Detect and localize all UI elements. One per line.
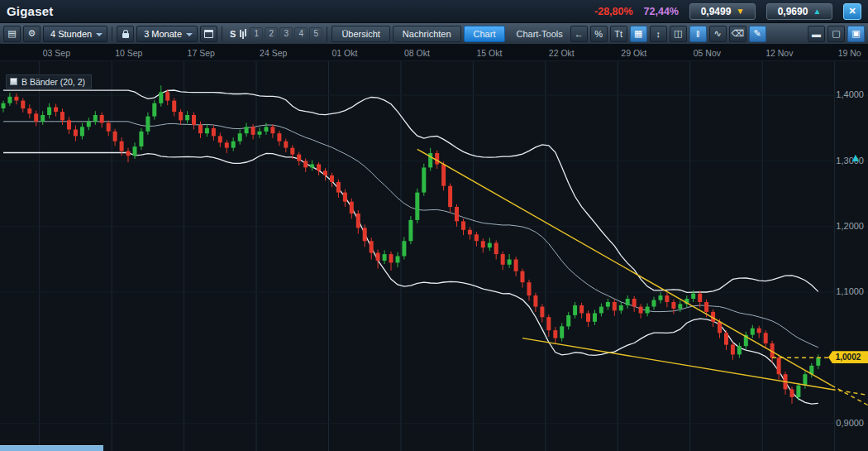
toolbar-left-icons: ▤⚙	[3, 26, 41, 42]
calendar-button[interactable]	[200, 26, 217, 42]
date-label: 29 Okt	[621, 48, 646, 58]
date-label: 22 Okt	[549, 48, 575, 58]
grid-tool-icon[interactable]: ▦	[630, 26, 647, 42]
date-label: 05 Nov	[694, 48, 721, 58]
date-axis: 03 Sep10 Sep17 Sep24 Sep01 Okt08 Okt15 O…	[0, 45, 868, 61]
date-label: 08 Okt	[404, 48, 430, 58]
background-window-edge	[0, 445, 103, 451]
window-restore-icon[interactable]: ▢	[827, 26, 845, 42]
lock-icon	[122, 33, 129, 38]
toolbar-separator	[112, 26, 112, 41]
lock-button[interactable]	[117, 26, 134, 42]
close-button[interactable]: ✕	[843, 3, 861, 20]
window-buttons-group: ▬▢▣	[808, 26, 865, 42]
calendar-icon	[204, 30, 213, 38]
page-title: Gigaset	[7, 4, 53, 18]
compare-tool-icon[interactable]: ◫	[670, 26, 687, 42]
arrow-down-icon: ▼	[736, 7, 744, 16]
date-label: 01 Okt	[332, 48, 358, 58]
price-tick-label: 0,9000	[836, 418, 864, 428]
line-chart-tool-icon[interactable]: ∿	[709, 26, 727, 42]
layout-button-2[interactable]: 2	[265, 27, 278, 41]
date-label: 17 Sep	[188, 48, 215, 58]
toolbar-separator	[327, 26, 327, 41]
layout-buttons-group: 12345	[250, 27, 322, 41]
range-value: 3 Monate	[144, 29, 182, 39]
price-tick-label: 1,2000	[836, 221, 864, 231]
candlestick-tool-icon[interactable]: ‖	[689, 26, 707, 42]
text-tool-icon[interactable]: Tt	[610, 26, 627, 42]
draw-tool-icon[interactable]: ✎	[749, 26, 766, 42]
settings-gear-icon[interactable]: ⚙	[23, 26, 41, 42]
bollinger-indicator-chip[interactable]: B Bänder (20, 2)	[6, 74, 92, 89]
indicator-tool-icon[interactable]: ↕	[650, 26, 667, 42]
eraser-tool-icon[interactable]: ⌫	[729, 26, 746, 42]
layout-button-1[interactable]: 1	[250, 27, 263, 41]
layout-button-3[interactable]: 3	[279, 27, 293, 41]
range-dropdown[interactable]: 3 Monate	[136, 26, 198, 42]
grid-view-icon[interactable]: ▤	[3, 26, 21, 42]
tab-übersicht[interactable]: Übersicht	[331, 26, 389, 42]
current-price-value: 1,0002	[836, 353, 861, 362]
date-label: 03 Sep	[43, 48, 70, 58]
view-tabs: ÜbersichtNachrichtenChart	[331, 26, 505, 42]
layout-s-label: S	[230, 29, 236, 39]
bollinger-bands	[3, 90, 818, 404]
date-label: 10 Sep	[115, 48, 142, 58]
indicator-chip-icon	[10, 78, 17, 85]
change-percent: -28,80%	[594, 6, 633, 17]
tab-nachrichten[interactable]: Nachrichten	[393, 26, 461, 42]
price-tick-label: 1,4000	[836, 89, 864, 99]
toolbar-separator	[222, 26, 222, 41]
bid-price: 0,9499	[701, 6, 732, 17]
secondary-percent: 72,44%	[644, 6, 679, 17]
header-right-cluster: -28,80% 72,44% 0,9499 ▼ 0,9690 ▲ ✕	[594, 3, 861, 20]
ask-price: 0,9690	[778, 6, 808, 17]
interval-dropdown[interactable]: 4 Stunden	[43, 26, 107, 42]
chart-tools-label: Chart-Tools	[516, 29, 562, 39]
undo-tool-icon[interactable]: ←	[570, 26, 588, 42]
arrow-up-icon: ▲	[813, 7, 821, 16]
trendlines[interactable]	[417, 149, 868, 410]
bid-price-button[interactable]: 0,9499 ▼	[689, 3, 756, 20]
percent-tool-icon[interactable]: %	[590, 26, 608, 42]
price-tick-label: 1,1000	[836, 286, 864, 296]
price-arrow-marker: ▲	[850, 151, 861, 163]
interval-value: 4 Stunden	[50, 29, 92, 39]
layout-button-4[interactable]: 4	[294, 27, 308, 41]
mini-chart-icon	[240, 30, 241, 37]
candlestick-series	[2, 85, 821, 404]
date-label: 24 Sep	[260, 48, 287, 58]
date-label: 19 No	[838, 48, 861, 58]
window-minimize-icon[interactable]: ▬	[808, 26, 825, 42]
chart-tools-group: ←%Tt▦↕◫‖∿⌫✎	[570, 26, 766, 42]
indicator-chip-label: B Bänder (20, 2)	[21, 77, 85, 87]
layout-button-5[interactable]: 5	[309, 27, 322, 41]
close-icon: ✕	[848, 6, 856, 17]
window-maximize-icon[interactable]: ▣	[847, 26, 865, 42]
chart-toolbar: ▤⚙ 4 Stunden 3 Monate S 12345 ÜbersichtN…	[0, 23, 868, 45]
current-price-badge: 1,0002	[828, 351, 868, 363]
date-label: 12 Nov	[765, 48, 793, 58]
tab-chart[interactable]: Chart	[464, 26, 506, 42]
chart-area[interactable]: B Bänder (20, 2) 1,40001,30001,20001,100…	[0, 61, 868, 451]
window-header: Gigaset -28,80% 72,44% 0,9499 ▼ 0,9690 ▲…	[0, 0, 868, 23]
date-label: 15 Okt	[476, 48, 502, 58]
ask-price-button[interactable]: 0,9690 ▲	[766, 3, 832, 20]
